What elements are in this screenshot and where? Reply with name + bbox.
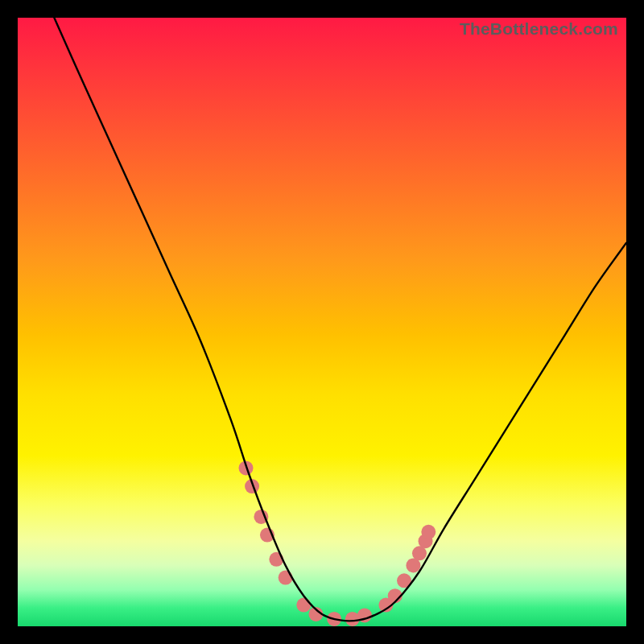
highlight-dot [421, 525, 436, 539]
highlight-dot [279, 571, 293, 585]
highlight-dot [269, 552, 283, 567]
plot-area: TheBottleneck.com [18, 18, 626, 626]
bottleneck-curve [54, 18, 626, 621]
highlight-dot [296, 598, 311, 613]
chart-frame: TheBottleneck.com [0, 0, 644, 644]
highlight-dots-group [239, 460, 436, 625]
curve-layer [18, 18, 626, 626]
watermark-text: TheBottleneck.com [460, 19, 618, 39]
